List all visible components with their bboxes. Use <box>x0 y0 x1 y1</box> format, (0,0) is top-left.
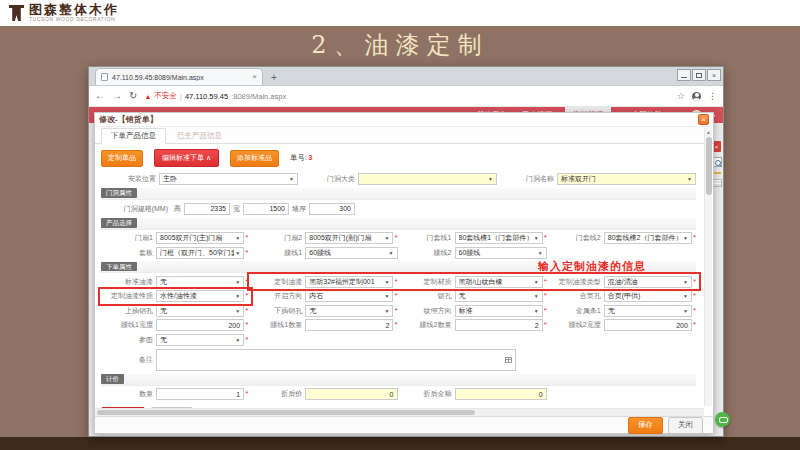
select-value: 无 <box>459 291 533 301</box>
field-select[interactable]: 门框（双开门、50窄门套）▼ <box>156 247 244 259</box>
form-field: 金属条1无▼* <box>549 304 696 317</box>
url-field[interactable]: ▲ 不安全 | 47.110.59.45 :8089/Main.aspx <box>144 91 670 101</box>
reload-icon[interactable]: ↻ <box>129 91 137 101</box>
select-value: 混油/清油 <box>608 277 682 287</box>
field-label: 锁孔 <box>400 291 455 301</box>
field-label: 门洞规格(MM) <box>101 204 171 214</box>
window-maximize-button[interactable] <box>692 69 706 81</box>
field-select[interactable]: 水性/油性漆▼ <box>156 290 244 302</box>
dropdown-caret-icon: ▼ <box>235 235 240 241</box>
field-select[interactable]: 黑胡32#福州定制001▼ <box>305 276 393 288</box>
field-input[interactable]: 200 <box>604 319 692 331</box>
modal-tab-0[interactable]: 下单产品信息 <box>101 128 166 144</box>
field-label: 定制材质 <box>400 277 455 287</box>
field-select[interactable]: 主卧▼ <box>159 173 298 185</box>
field-input[interactable]: 2 <box>305 319 393 331</box>
form-field: 门洞大类▼ <box>300 173 497 186</box>
select-value: 80套线檀2（门套部件） <box>608 233 682 243</box>
field-select[interactable]: 无▼ <box>305 305 393 317</box>
tab-close-icon[interactable]: × <box>252 73 257 81</box>
field-input[interactable]: 2 <box>455 319 543 331</box>
select-value: 门框（双开门、50窄门套） <box>160 248 234 258</box>
form-row: 标准油漆无▼*定制油漆黑胡32#福州定制001▼*定制材质黑胡/山纹白橡▼*定制… <box>101 275 696 288</box>
window-minimize-button[interactable] <box>677 69 691 81</box>
form-row: 腰线1宽度200*腰线1数量2*腰线2数量2*腰线2宽度200* <box>101 319 696 332</box>
close-button[interactable]: 关闭 <box>668 417 703 434</box>
field-input[interactable]: 0 <box>455 388 547 400</box>
field-label: 腰线2 <box>400 248 455 258</box>
modal-tab-1[interactable]: 已生产品信息 <box>168 129 231 143</box>
modal-horizontal-scrollbar[interactable] <box>95 408 704 416</box>
modal-close-button[interactable]: × <box>698 114 709 125</box>
field-select[interactable]: 标准双开门▼ <box>557 173 696 185</box>
spec-input[interactable]: 1500 <box>243 203 289 215</box>
field-select[interactable]: 无▼ <box>604 305 692 317</box>
field-select[interactable]: 标准▼ <box>455 305 543 317</box>
forward-icon[interactable]: → <box>112 91 122 101</box>
field-select[interactable]: 8005双开门(副)门扇▼ <box>305 232 393 244</box>
field-select[interactable]: 无▼ <box>156 334 244 346</box>
security-warning-icon: ▲ <box>144 93 151 100</box>
field-select[interactable]: 内右▼ <box>305 290 393 302</box>
field-select[interactable]: 合页(甲供)▼ <box>604 290 692 302</box>
field-select[interactable]: 60腰线▼ <box>455 247 547 259</box>
select-value: 主卧 <box>163 174 288 184</box>
select-value: 内右 <box>309 291 383 301</box>
field-select[interactable]: 80套线檀2（门套部件）▼ <box>604 232 692 244</box>
field-input[interactable]: 0 <box>305 388 397 400</box>
dropdown-caret-icon: ▼ <box>384 235 389 241</box>
floating-chat-button[interactable] <box>715 412 730 427</box>
select-value: 合页(甲供) <box>608 291 682 301</box>
field-select[interactable]: 无▼ <box>455 290 543 302</box>
new-tab-button[interactable]: + <box>271 72 277 83</box>
section-header: 产品选择 <box>101 218 696 230</box>
spec-input[interactable]: 2335 <box>184 203 230 215</box>
form-field: 腰线2宽度200* <box>549 319 696 332</box>
field-select[interactable]: 黑胡/山纹白橡▼ <box>455 276 543 288</box>
window-close-button[interactable]: × <box>707 69 721 81</box>
bookmark-star-icon[interactable]: ☆ <box>677 91 685 101</box>
section-header: 门洞属性 <box>101 188 696 200</box>
browser-tab[interactable]: 47.110.59.45:8089/Main.aspx × <box>95 68 263 85</box>
section-badge: 门洞属性 <box>101 188 137 198</box>
field-input[interactable]: 200 <box>156 319 244 331</box>
form-field: 折后价0 <box>250 388 397 401</box>
dropdown-caret-icon: ▼ <box>235 293 240 299</box>
scrollbar-up-icon[interactable]: ▲ <box>705 128 712 136</box>
modal-vertical-scrollbar[interactable]: ▲ <box>704 128 712 406</box>
browser-menu-icon[interactable]: ⋮ <box>708 91 717 101</box>
spec-input[interactable]: 300 <box>309 203 355 215</box>
form-row: 安装位置主卧▼门洞大类▼门洞名称标准双开门▼ <box>101 173 696 186</box>
save-button[interactable]: 保存 <box>628 417 663 434</box>
custom-item-button[interactable]: 定制单品 <box>101 150 143 167</box>
modal-titlebar: 修改-【销货单】 × <box>95 113 713 127</box>
spec-row: 门洞规格(MM)高2335宽1500墙厚300 <box>101 202 696 216</box>
modal-footer: 保存 关闭 <box>95 416 713 433</box>
window-controls: × <box>677 69 721 81</box>
back-icon[interactable]: ← <box>95 91 105 101</box>
add-standard-item-button[interactable]: 添加标准品 <box>230 150 279 167</box>
scrollbar-thumb[interactable] <box>706 137 712 195</box>
section-header: 计价 <box>101 374 696 386</box>
field-select[interactable]: 80套线檀1（门套部件）▼ <box>455 232 543 244</box>
field-input[interactable]: 1 <box>156 388 244 400</box>
field-select[interactable]: 8005双开门(主)门扇▼ <box>156 232 244 244</box>
remarks-textarea[interactable] <box>156 349 516 371</box>
field-select[interactable]: 混油/清油▼ <box>604 276 692 288</box>
form-field: 腰线1数量2* <box>250 319 397 332</box>
brand-subtitle: TUCSON WOOD DECORATION <box>29 17 119 23</box>
form-field: 折后金额0 <box>400 388 547 401</box>
field-select[interactable]: 无▼ <box>156 305 244 317</box>
field-label: 套板 <box>101 248 156 258</box>
profile-icon[interactable] <box>692 92 701 101</box>
form-field: 腰线2数量2* <box>400 319 547 332</box>
field-select[interactable]: ▼ <box>358 173 497 185</box>
bottom-strip <box>0 437 800 450</box>
brand-strip: 图森整体木作 TUCSON WOOD DECORATION <box>0 0 800 26</box>
annotation-text: 输入定制油漆的信息 <box>538 259 646 274</box>
hscrollbar-thumb[interactable] <box>97 410 475 415</box>
edit-standard-order-button[interactable]: 编辑标准下单 ∧ <box>154 149 219 167</box>
field-label: 门套线1 <box>400 233 455 243</box>
field-select[interactable]: 60腰线▼ <box>305 247 397 259</box>
field-select[interactable]: 无▼ <box>156 276 244 288</box>
